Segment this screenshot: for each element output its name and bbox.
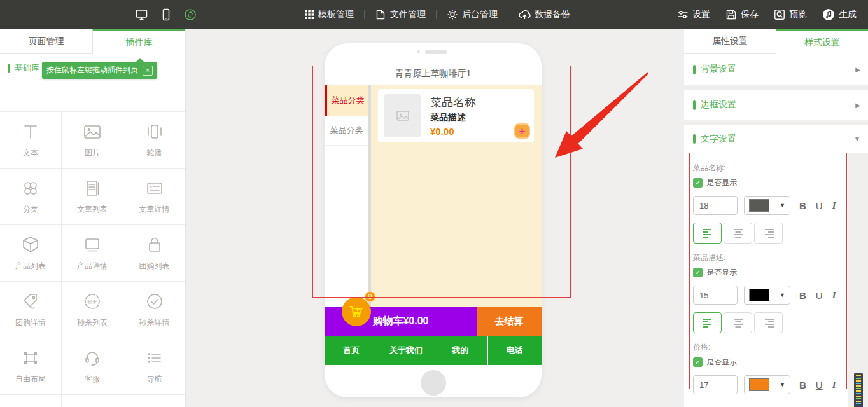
category-item[interactable]: 菜品分类: [325, 116, 368, 146]
tab-attribute-settings[interactable]: 属性设置: [684, 29, 776, 54]
plugin-map[interactable]: 地图: [0, 395, 62, 407]
plugin-carousel[interactable]: 轮播: [123, 112, 185, 169]
font-color-select[interactable]: [744, 375, 790, 394]
font-size-input[interactable]: [693, 375, 738, 394]
bold-button[interactable]: B: [799, 380, 806, 390]
section-label: 背景设置: [701, 64, 736, 75]
checkout-button[interactable]: 去结算: [477, 307, 542, 336]
nav-item-home[interactable]: 首页: [325, 336, 379, 365]
plugin-form[interactable]: 表单: [62, 395, 123, 407]
section-border-settings[interactable]: 边框设置: [684, 90, 868, 120]
font-size-input[interactable]: [693, 196, 738, 215]
menu-data-backup[interactable]: 数据备份: [519, 9, 570, 20]
checkbox-checked-icon[interactable]: [693, 178, 703, 188]
plugin-article-detail[interactable]: 文章详情: [123, 169, 185, 225]
article-detail-icon: [145, 178, 164, 198]
font-controls-row: B U I: [693, 196, 848, 215]
cart-icon[interactable]: [342, 297, 371, 326]
plugin-seckill-detail[interactable]: 秒杀详情: [123, 282, 185, 338]
text-settings-header[interactable]: 文字设置: [684, 125, 868, 153]
align-center-button[interactable]: [724, 223, 752, 244]
plugin-article-list[interactable]: 文章列表: [62, 169, 123, 225]
tab-label: 样式设置: [804, 37, 840, 48]
underline-button[interactable]: U: [816, 290, 823, 301]
underline-button[interactable]: U: [816, 200, 823, 211]
generate-icon: [822, 8, 835, 21]
category-label: 菜品分类: [332, 95, 365, 106]
free-layout-icon: [21, 348, 40, 368]
text-settings-content: 菜品名称: 是否显示 B U I: [684, 153, 848, 407]
plugin-free-layout[interactable]: 自由布局: [0, 338, 62, 395]
font-color-select[interactable]: [744, 196, 790, 215]
close-icon[interactable]: [143, 66, 153, 76]
desktop-icon[interactable]: [135, 8, 148, 21]
nav-item-phone[interactable]: 电话: [488, 336, 542, 365]
gear-icon: [447, 9, 458, 20]
plugin-customer-service[interactable]: 客服: [62, 338, 123, 395]
panel-tabs: 属性设置 样式设置: [684, 29, 868, 54]
menu-label: 数据备份: [535, 9, 570, 20]
plugin-label: 图片: [85, 148, 100, 158]
menu-label: 模板管理: [318, 9, 354, 20]
font-color-select[interactable]: [744, 286, 790, 305]
checkbox-checked-icon[interactable]: [693, 357, 703, 367]
plugin-category[interactable]: 分类: [0, 169, 62, 225]
tab-plugin-library[interactable]: 插件库: [92, 29, 185, 54]
alignment-row: [693, 223, 848, 244]
format-buttons: B U I: [799, 200, 836, 211]
underline-button[interactable]: U: [816, 380, 823, 390]
bold-button[interactable]: B: [799, 290, 806, 301]
tab-page-manage[interactable]: 页面管理: [0, 29, 92, 54]
align-right-button[interactable]: [754, 223, 783, 244]
save-button[interactable]: 保存: [725, 9, 759, 20]
menu-file-manage[interactable]: 文件管理: [375, 9, 426, 20]
annotation-arrow: [546, 67, 657, 165]
nav-item-about[interactable]: 关于我们: [379, 336, 434, 365]
plugin-product-list[interactable]: 产品列表: [0, 225, 62, 282]
scrollbar-widget[interactable]: [854, 373, 863, 407]
tooltip-arrow: [136, 58, 144, 62]
menu-backend-manage[interactable]: 后台管理: [447, 9, 498, 20]
section-background-settings[interactable]: 背景设置: [684, 54, 868, 85]
link-icon[interactable]: [184, 8, 197, 21]
category-item-active[interactable]: 菜品分类: [325, 85, 368, 116]
checkbox-checked-icon[interactable]: [693, 268, 703, 277]
article-list-icon: [83, 178, 102, 198]
show-toggle-row: 是否显示: [693, 357, 848, 368]
bold-button[interactable]: B: [799, 200, 806, 211]
align-center-button[interactable]: [724, 312, 752, 333]
plugin-seckill-list[interactable]: 秒杀 秒杀列表: [62, 282, 123, 338]
plugin-video[interactable]: 视频: [123, 395, 185, 407]
chevron-down-icon: [780, 292, 785, 298]
align-left-button[interactable]: [693, 312, 722, 333]
italic-button[interactable]: I: [832, 380, 836, 390]
italic-button[interactable]: I: [832, 200, 836, 211]
dish-card[interactable]: 菜品名称 菜品描述 ¥0.00 +: [378, 89, 534, 142]
plugin-image[interactable]: 图片: [62, 112, 123, 169]
mobile-icon[interactable]: [160, 8, 172, 21]
tooltip-text: 按住鼠标左键拖动插件到页: [46, 65, 138, 76]
plugin-group-list[interactable]: 团购列表: [123, 225, 185, 282]
tab-label: 页面管理: [29, 36, 64, 47]
svg-text:秒杀: 秒杀: [88, 299, 98, 305]
settings-button[interactable]: 设置: [677, 9, 710, 20]
plugin-text[interactable]: 文本: [0, 112, 62, 169]
show-label: 是否显示: [706, 357, 737, 368]
tab-label: 属性设置: [712, 36, 748, 47]
tab-style-settings[interactable]: 样式设置: [776, 29, 868, 54]
generate-button[interactable]: 生成: [822, 8, 857, 21]
menu-template-manage[interactable]: 模板管理: [304, 9, 354, 20]
plugin-navigation[interactable]: 导航: [123, 338, 185, 395]
add-to-cart-button[interactable]: +: [514, 123, 530, 139]
align-left-button[interactable]: [693, 223, 722, 244]
font-size-input[interactable]: [693, 286, 738, 305]
plugin-group-detail[interactable]: 团购详情: [0, 282, 62, 338]
nav-item-mine[interactable]: 我的: [433, 336, 488, 365]
menu-separator: [436, 10, 437, 19]
italic-button[interactable]: I: [832, 290, 836, 301]
format-buttons: B U I: [799, 380, 836, 390]
preview-button[interactable]: 预览: [774, 9, 807, 20]
plugin-product-detail[interactable]: 产品详情: [62, 225, 123, 282]
align-right-button[interactable]: [754, 312, 783, 333]
color-swatch: [749, 199, 769, 212]
